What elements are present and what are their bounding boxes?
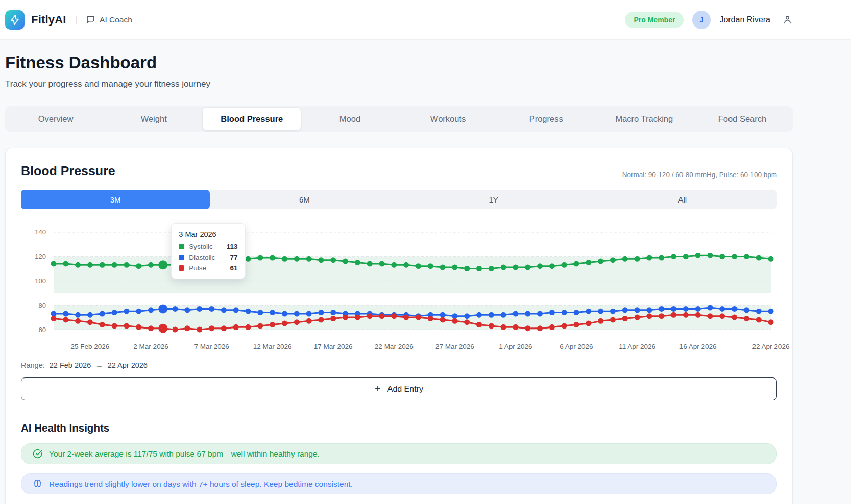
svg-text:6 Apr 2026: 6 Apr 2026: [560, 343, 593, 350]
header-divider: |: [76, 15, 78, 25]
tooltip-series-label: Pulse: [189, 264, 206, 272]
nav-ai-coach-label: AI Coach: [100, 15, 132, 24]
pro-member-badge: Pro Member: [625, 12, 684, 28]
tooltip-row-systolic: Systolic113: [179, 243, 237, 250]
svg-text:11 Apr 2026: 11 Apr 2026: [619, 343, 655, 350]
user-profile-icon[interactable]: [782, 14, 793, 25]
app-header: FitlyAI | AI Coach Pro Member J Jordan R…: [0, 0, 851, 40]
insights-list: Your 2-week average is 117/75 with pulse…: [21, 443, 777, 494]
svg-text:25 Feb 2026: 25 Feb 2026: [71, 343, 110, 350]
date-range-summary: Range: 22 Feb 2026 → 22 Apr 2026: [21, 361, 777, 369]
tab-weight[interactable]: Weight: [105, 108, 203, 130]
insights-title: AI Health Insights: [21, 422, 777, 434]
chat-icon: [86, 15, 95, 24]
tooltip-row-diastolic: Diastolic77: [179, 254, 237, 261]
svg-text:16 Apr 2026: 16 Apr 2026: [679, 343, 717, 350]
bp-chart-svg[interactable]: 608010012014025 Feb 20262 Mar 20267 Mar …: [21, 217, 778, 355]
range-6m[interactable]: 6M: [210, 190, 399, 209]
range-start-date: 22 Feb 2026: [50, 361, 91, 369]
tab-macro-tracking[interactable]: Macro Tracking: [595, 108, 693, 130]
card-title: Blood Pressure: [21, 164, 115, 179]
svg-text:80: 80: [39, 301, 46, 309]
tab-mood[interactable]: Mood: [301, 108, 399, 130]
svg-text:22 Mar 2026: 22 Mar 2026: [375, 343, 414, 350]
tooltip-row-pulse: Pulse61: [179, 264, 237, 272]
svg-text:120: 120: [35, 253, 46, 260]
nav-ai-coach[interactable]: AI Coach: [86, 15, 132, 24]
tooltip-date: 3 Mar 2026: [179, 230, 237, 238]
svg-text:100: 100: [35, 277, 46, 285]
range-1y[interactable]: 1Y: [399, 190, 588, 209]
add-entry-button[interactable]: + Add Entry: [21, 377, 777, 400]
user-name: Jordan Rivera: [719, 15, 770, 24]
normal-range-note: Normal: 90-120 / 60-80 mmHg, Pulse: 60-1…: [622, 171, 777, 179]
main-content: Fitness Dashboard Track your progress an…: [5, 53, 793, 504]
tab-food-search[interactable]: Food Search: [693, 108, 791, 130]
tab-bar: OverviewWeightBlood PressureMoodWorkouts…: [5, 106, 793, 132]
diastolic-swatch-icon: [179, 255, 184, 260]
range-3m[interactable]: 3M: [21, 190, 210, 209]
range-all[interactable]: All: [588, 190, 777, 209]
tooltip-series-label: Systolic: [189, 243, 213, 250]
page-subtitle: Track your progress and manage your fitn…: [5, 79, 793, 89]
tooltip-series-value: 61: [221, 264, 238, 272]
insight-text: Readings trend slightly lower on days wi…: [49, 480, 353, 489]
bolt-icon: [9, 14, 20, 26]
systolic-swatch-icon: [179, 244, 184, 249]
avatar[interactable]: J: [692, 11, 711, 29]
tab-blood-pressure[interactable]: Blood Pressure: [203, 108, 301, 130]
insight-text: Your 2-week average is 117/75 with pulse…: [49, 449, 320, 459]
svg-text:2 Mar 2026: 2 Mar 2026: [133, 343, 168, 350]
svg-text:140: 140: [35, 228, 46, 236]
range-end-date: 22 Apr 2026: [108, 361, 148, 369]
range-label: Range:: [21, 361, 45, 369]
page-title: Fitness Dashboard: [5, 53, 793, 72]
brain-icon: [33, 479, 42, 489]
tooltip-series-value: 77: [221, 254, 238, 261]
plus-icon: +: [375, 383, 381, 395]
insight-success: Your 2-week average is 117/75 with pulse…: [21, 443, 777, 464]
bp-chart[interactable]: 608010012014025 Feb 20262 Mar 20267 Mar …: [21, 217, 777, 355]
pulse-swatch-icon: [179, 265, 184, 271]
brand-name: FitlyAI: [31, 13, 66, 27]
tooltip-series-value: 113: [217, 243, 238, 250]
svg-text:12 Mar 2026: 12 Mar 2026: [253, 343, 292, 350]
insight-info: Readings trend slightly lower on days wi…: [21, 473, 777, 494]
svg-text:22 Apr 2026: 22 Apr 2026: [752, 343, 790, 350]
svg-text:60: 60: [39, 326, 46, 334]
app-logo: [5, 10, 25, 30]
svg-text:17 Mar 2026: 17 Mar 2026: [314, 343, 353, 350]
tab-progress[interactable]: Progress: [497, 108, 595, 130]
svg-text:7 Mar 2026: 7 Mar 2026: [194, 343, 229, 350]
add-entry-label: Add Entry: [387, 385, 423, 394]
check-circle-icon: [33, 449, 42, 459]
tab-overview[interactable]: Overview: [7, 108, 105, 130]
svg-text:1 Apr 2026: 1 Apr 2026: [499, 343, 532, 350]
tab-workouts[interactable]: Workouts: [399, 108, 497, 130]
blood-pressure-card: Blood Pressure Normal: 90-120 / 60-80 mm…: [5, 148, 793, 504]
chart-tooltip: 3 Mar 2026 Systolic113Diastolic77Pulse61: [171, 223, 245, 279]
svg-text:27 Mar 2026: 27 Mar 2026: [435, 343, 474, 350]
tooltip-series-label: Diastolic: [189, 254, 215, 261]
time-range-selector: 3M6M1YAll: [21, 190, 777, 209]
arrow-right-icon: →: [95, 361, 103, 369]
